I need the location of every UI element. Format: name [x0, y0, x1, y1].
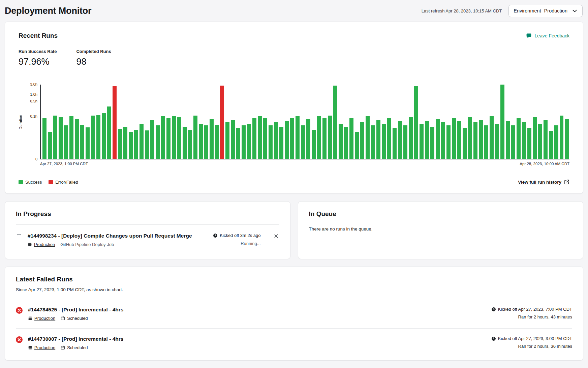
production-env-link[interactable]: Production — [34, 242, 55, 247]
bar-success-run[interactable] — [554, 125, 558, 159]
bar-success-run[interactable] — [560, 116, 564, 159]
bar-success-run[interactable] — [134, 130, 138, 159]
bar-success-run[interactable] — [210, 119, 214, 159]
bar-success-run[interactable] — [506, 121, 510, 159]
bar-success-run[interactable] — [473, 122, 477, 159]
bar-success-run[interactable] — [463, 128, 467, 159]
bar-success-run[interactable] — [156, 125, 160, 159]
bar-success-run[interactable] — [430, 127, 434, 159]
bar-success-run[interactable] — [188, 130, 192, 159]
bar-success-run[interactable] — [565, 119, 569, 159]
bar-success-run[interactable] — [145, 130, 149, 159]
bar-success-run[interactable] — [118, 129, 122, 159]
environment-dropdown[interactable]: Environment Production — [508, 5, 583, 17]
bar-success-run[interactable] — [355, 132, 359, 159]
bar-success-run[interactable] — [161, 116, 165, 159]
bar-success-run[interactable] — [204, 125, 208, 159]
production-env-link[interactable]: Production — [34, 345, 55, 350]
bar-success-run[interactable] — [538, 124, 542, 159]
bar-success-run[interactable] — [247, 124, 251, 159]
bar-success-run[interactable] — [140, 124, 144, 159]
cancel-run-button[interactable] — [273, 233, 279, 239]
bar-success-run[interactable] — [527, 128, 531, 159]
bar-success-run[interactable] — [549, 131, 553, 159]
bar-success-run[interactable] — [91, 116, 95, 159]
bar-success-run[interactable] — [500, 85, 504, 159]
bar-success-run[interactable] — [409, 117, 413, 159]
bar-success-run[interactable] — [495, 124, 499, 159]
bar-success-run[interactable] — [376, 120, 380, 159]
bar-success-run[interactable] — [258, 116, 262, 159]
bar-success-run[interactable] — [129, 132, 133, 159]
bar-success-run[interactable] — [425, 121, 429, 159]
bar-success-run[interactable] — [215, 125, 219, 159]
bar-success-run[interactable] — [80, 125, 84, 159]
bar-success-run[interactable] — [166, 118, 171, 159]
bar-success-run[interactable] — [393, 128, 397, 159]
bar-success-run[interactable] — [69, 116, 73, 159]
bar-success-run[interactable] — [322, 118, 327, 159]
bar-success-run[interactable] — [544, 120, 548, 159]
bar-success-run[interactable] — [263, 118, 267, 159]
bar-success-run[interactable] — [199, 124, 203, 159]
bar-success-run[interactable] — [172, 116, 176, 159]
bar-success-run[interactable] — [382, 124, 386, 159]
bar-success-run[interactable] — [328, 116, 332, 159]
bar-success-run[interactable] — [242, 125, 246, 159]
bar-success-run[interactable] — [344, 127, 348, 159]
bar-success-run[interactable] — [414, 86, 418, 159]
bar-success-run[interactable] — [64, 125, 68, 159]
bar-success-run[interactable] — [285, 121, 289, 159]
bar-success-run[interactable] — [333, 86, 337, 159]
bar-success-run[interactable] — [349, 118, 353, 159]
bar-success-run[interactable] — [274, 122, 278, 159]
bar-success-run[interactable] — [490, 116, 494, 159]
bar-success-run[interactable] — [533, 117, 537, 159]
bar-success-run[interactable] — [452, 118, 456, 159]
bar-success-run[interactable] — [102, 113, 106, 159]
bar-success-run[interactable] — [457, 121, 461, 159]
bar-success-run[interactable] — [420, 124, 424, 159]
bar-success-run[interactable] — [53, 116, 57, 159]
bar-success-run[interactable] — [59, 117, 63, 159]
bar-success-run[interactable] — [339, 124, 343, 159]
bar-success-run[interactable] — [371, 125, 375, 159]
bar-success-run[interactable] — [398, 121, 402, 159]
bar-success-run[interactable] — [436, 119, 440, 159]
leave-feedback-link[interactable]: Leave Feedback — [526, 33, 569, 39]
bar-success-run[interactable] — [441, 122, 445, 159]
bar-success-run[interactable] — [231, 120, 235, 159]
bar-success-run[interactable] — [511, 125, 515, 159]
view-full-run-history-link[interactable]: View full run history — [518, 179, 569, 185]
bar-success-run[interactable] — [296, 116, 300, 159]
production-env-link[interactable]: Production — [34, 316, 55, 321]
bar-success-run[interactable] — [42, 118, 47, 159]
bar-success-run[interactable] — [123, 127, 127, 159]
bar-success-run[interactable] — [279, 127, 283, 159]
bar-success-run[interactable] — [312, 130, 316, 159]
bar-failed-run[interactable] — [220, 86, 224, 159]
bar-success-run[interactable] — [301, 125, 305, 159]
bar-success-run[interactable] — [446, 125, 451, 159]
bar-success-run[interactable] — [468, 117, 472, 159]
bar-success-run[interactable] — [193, 116, 197, 159]
bar-success-run[interactable] — [360, 122, 364, 159]
bar-success-run[interactable] — [317, 116, 321, 159]
bar-success-run[interactable] — [107, 106, 111, 159]
bar-success-run[interactable] — [517, 118, 521, 159]
bar-success-run[interactable] — [306, 119, 310, 159]
bar-success-run[interactable] — [366, 116, 370, 159]
bar-success-run[interactable] — [48, 132, 52, 159]
bar-success-run[interactable] — [177, 117, 181, 159]
bar-success-run[interactable] — [252, 118, 256, 159]
bar-success-run[interactable] — [86, 127, 90, 159]
bar-success-run[interactable] — [269, 125, 273, 159]
bar-success-run[interactable] — [96, 115, 100, 159]
bar-success-run[interactable] — [150, 120, 154, 159]
bar-failed-run[interactable] — [113, 86, 117, 159]
bar-success-run[interactable] — [387, 118, 391, 159]
bar-success-run[interactable] — [75, 119, 79, 159]
bar-success-run[interactable] — [479, 120, 483, 159]
bar-success-run[interactable] — [236, 128, 240, 159]
bar-success-run[interactable] — [183, 127, 187, 159]
